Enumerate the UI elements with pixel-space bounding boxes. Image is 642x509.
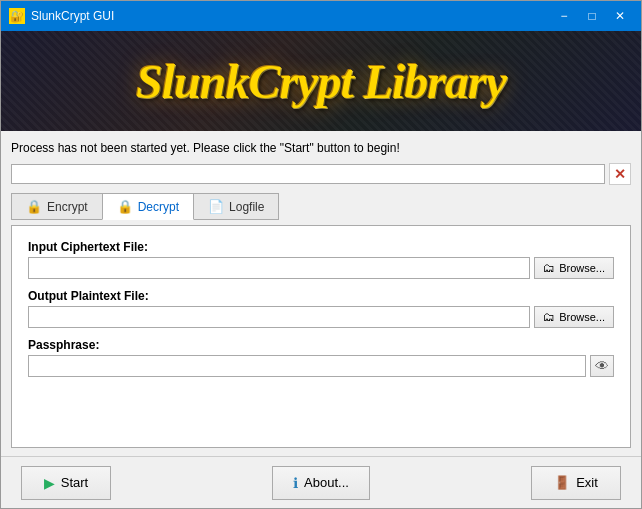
main-window: 🔐 SlunkCrypt GUI − □ ✕ SlunkCrypt Librar… — [0, 0, 642, 509]
browse-icon-1: 🗂 — [543, 261, 555, 275]
input-file-group: Input Ciphertext File: 🗂 Browse... — [28, 240, 614, 279]
passphrase-label: Passphrase: — [28, 338, 614, 352]
banner: SlunkCrypt Library — [1, 31, 641, 131]
output-file-label: Output Plaintext File: — [28, 289, 614, 303]
output-file-row: 🗂 Browse... — [28, 306, 614, 328]
tab-strip: 🔒 Encrypt 🔒 Decrypt 📄 Logfile — [11, 193, 631, 220]
tab-decrypt-label: Decrypt — [138, 200, 179, 214]
input-browse-button[interactable]: 🗂 Browse... — [534, 257, 614, 279]
window-title: SlunkCrypt GUI — [31, 9, 551, 23]
about-button[interactable]: ℹ About... — [272, 466, 370, 500]
output-browse-label: Browse... — [559, 311, 605, 323]
progress-row: ✕ — [11, 163, 631, 185]
title-bar: 🔐 SlunkCrypt GUI − □ ✕ — [1, 1, 641, 31]
banner-title: SlunkCrypt Library — [136, 54, 506, 109]
window-controls: − □ ✕ — [551, 5, 633, 27]
logfile-tab-icon: 📄 — [208, 199, 224, 214]
start-button[interactable]: ▶ Start — [21, 466, 111, 500]
show-passphrase-button[interactable]: 👁 — [590, 355, 614, 377]
status-message: Process has not been started yet. Please… — [11, 139, 631, 157]
exit-label: Exit — [576, 475, 598, 490]
start-label: Start — [61, 475, 88, 490]
decrypt-panel: Input Ciphertext File: 🗂 Browse... Outpu… — [11, 225, 631, 448]
browse-icon-2: 🗂 — [543, 310, 555, 324]
tab-encrypt-label: Encrypt — [47, 200, 88, 214]
about-label: About... — [304, 475, 349, 490]
decrypt-tab-icon: 🔒 — [117, 199, 133, 214]
input-file-label: Input Ciphertext File: — [28, 240, 614, 254]
input-file-row: 🗂 Browse... — [28, 257, 614, 279]
input-browse-label: Browse... — [559, 262, 605, 274]
about-icon: ℹ — [293, 475, 298, 491]
minimize-button[interactable]: − — [551, 5, 577, 27]
output-file-group: Output Plaintext File: 🗂 Browse... — [28, 289, 614, 328]
tab-logfile-label: Logfile — [229, 200, 264, 214]
tab-decrypt[interactable]: 🔒 Decrypt — [102, 193, 194, 220]
cancel-button[interactable]: ✕ — [609, 163, 631, 185]
close-button[interactable]: ✕ — [607, 5, 633, 27]
passphrase-group: Passphrase: 👁 — [28, 338, 614, 377]
tab-encrypt[interactable]: 🔒 Encrypt — [11, 193, 103, 220]
footer: ▶ Start ℹ About... 🚪 Exit — [1, 456, 641, 508]
tab-logfile[interactable]: 📄 Logfile — [193, 193, 279, 220]
encrypt-tab-icon: 🔒 — [26, 199, 42, 214]
eye-icon: 👁 — [595, 358, 609, 374]
exit-icon: 🚪 — [554, 475, 570, 490]
progress-bar — [11, 164, 605, 184]
main-content: Process has not been started yet. Please… — [1, 131, 641, 456]
maximize-button[interactable]: □ — [579, 5, 605, 27]
passphrase-field[interactable] — [28, 355, 586, 377]
output-file-field[interactable] — [28, 306, 530, 328]
app-icon: 🔐 — [9, 8, 25, 24]
input-file-field[interactable] — [28, 257, 530, 279]
passphrase-row: 👁 — [28, 355, 614, 377]
start-icon: ▶ — [44, 475, 55, 491]
exit-button[interactable]: 🚪 Exit — [531, 466, 621, 500]
output-browse-button[interactable]: 🗂 Browse... — [534, 306, 614, 328]
